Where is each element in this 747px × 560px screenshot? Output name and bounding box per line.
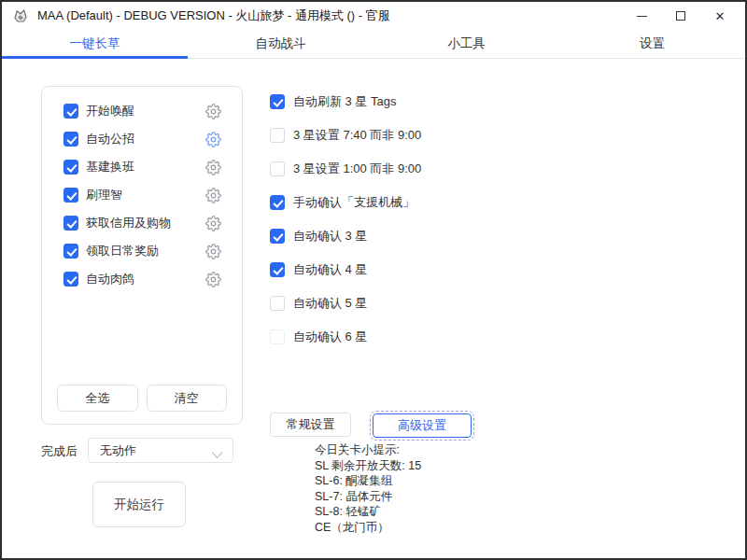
after-completion-label: 完成后 [41, 443, 78, 460]
app-window: MAA (Default) - DEBUG VERSION - 火山旅梦 - 通… [0, 0, 747, 560]
checkbox[interactable] [63, 272, 78, 287]
tip-line: CE（龙门币） [315, 520, 529, 536]
tab-tools[interactable]: 小工具 [374, 30, 559, 58]
task-settings-gear-icon[interactable] [204, 215, 221, 231]
recruit-option-100[interactable]: 3 星设置 1:00 而非 9:00 [270, 152, 503, 186]
maximize-button[interactable] [661, 2, 700, 30]
task-card-actions: 全选 清空 [57, 385, 227, 412]
clear-button[interactable]: 清空 [147, 385, 228, 412]
chevron-down-icon [211, 446, 223, 463]
checkbox[interactable] [270, 229, 285, 244]
task-label: 开始唤醒 [86, 103, 134, 119]
task-row-sanity[interactable]: 刷理智 [42, 181, 242, 209]
task-list-card: 开始唤醒 自动公招 基建换班 刷理智 获取信用及购物 领取日常奖励 [41, 86, 243, 425]
close-icon: ✕ [715, 10, 726, 22]
task-row-wakeup[interactable]: 开始唤醒 [42, 97, 242, 125]
task-settings-gear-icon[interactable] [204, 243, 221, 259]
checkbox[interactable] [270, 94, 285, 109]
option-label: 自动刷新 3 星 Tags [293, 93, 397, 110]
tip-line: SL 剩余开放天数: 15 [315, 458, 529, 474]
task-settings-gear-icon[interactable] [204, 271, 221, 287]
task-label: 自动肉鸽 [86, 271, 134, 287]
task-label: 获取信用及购物 [86, 215, 171, 231]
checkbox [270, 329, 285, 344]
minimize-button[interactable] [622, 2, 661, 30]
tip-line: SL-6: 酮凝集组 [315, 473, 529, 489]
checkbox[interactable] [270, 195, 285, 210]
recruit-option-auto-6star: 自动确认 6 星 [270, 320, 503, 354]
daily-stage-tips: 今日关卡小提示: SL 剩余开放天数: 15 SL-6: 酮凝集组 SL-7: … [315, 442, 529, 536]
app-logo-icon [11, 7, 30, 25]
task-row-credit[interactable]: 获取信用及购物 [42, 209, 242, 237]
recruit-option-auto-4star[interactable]: 自动确认 4 星 [270, 253, 503, 287]
task-row-infrastructure[interactable]: 基建换班 [42, 153, 242, 181]
advanced-settings-button[interactable]: 高级设置 [373, 413, 472, 438]
minimize-icon [637, 16, 647, 17]
checkbox[interactable] [63, 160, 78, 175]
regular-settings-button[interactable]: 常规设置 [270, 413, 351, 437]
task-label: 基建换班 [86, 159, 134, 175]
recruit-option-auto-3star[interactable]: 自动确认 3 星 [270, 219, 503, 253]
task-row-recruit[interactable]: 自动公招 [42, 125, 242, 153]
start-run-button[interactable]: 开始运行 [92, 482, 186, 527]
option-label: 3 星设置 7:40 而非 9:00 [293, 127, 421, 144]
maximize-icon [676, 11, 685, 21]
task-label: 刷理智 [86, 187, 122, 203]
tab-auto-battle[interactable]: 自动战斗 [188, 30, 374, 58]
option-label: 自动确认 4 星 [293, 261, 367, 278]
checkbox[interactable] [270, 161, 285, 176]
task-row-roguelike[interactable]: 自动肉鸽 [42, 265, 242, 293]
task-settings-gear-icon[interactable] [204, 159, 221, 175]
recruit-option-auto-5star[interactable]: 自动确认 5 星 [270, 287, 503, 320]
recruit-options-list: 自动刷新 3 星 Tags 3 星设置 7:40 而非 9:00 3 星设置 1… [270, 85, 503, 354]
main-tabs: 一键长草 自动战斗 小工具 设置 [2, 30, 745, 59]
dropdown-selected-value: 无动作 [100, 442, 136, 459]
window-title: MAA (Default) - DEBUG VERSION - 火山旅梦 - 通… [37, 7, 390, 24]
task-label: 自动公招 [86, 131, 134, 147]
close-button[interactable]: ✕ [700, 2, 740, 30]
window-controls: ✕ [622, 2, 740, 30]
task-settings-gear-icon[interactable] [204, 187, 221, 203]
checkbox[interactable] [63, 216, 78, 231]
select-all-button[interactable]: 全选 [57, 385, 138, 412]
task-settings-gear-icon[interactable] [204, 131, 221, 147]
tip-line: 今日关卡小提示: [315, 442, 529, 458]
task-label: 领取日常奖励 [86, 243, 159, 259]
checkbox[interactable] [270, 296, 285, 311]
checkbox[interactable] [270, 128, 285, 143]
after-completion-dropdown[interactable]: 无动作 [88, 438, 233, 463]
checkbox[interactable] [270, 262, 285, 277]
recruit-option-refresh-tags[interactable]: 自动刷新 3 星 Tags [270, 85, 503, 119]
option-label: 自动确认 5 星 [293, 295, 367, 312]
recruit-option-robot-manual[interactable]: 手动确认「支援机械」 [270, 186, 503, 219]
checkbox[interactable] [63, 104, 78, 119]
task-settings-gear-icon[interactable] [204, 103, 221, 119]
option-label: 3 星设置 1:00 而非 9:00 [293, 161, 421, 177]
tip-line: SL-7: 晶体元件 [315, 489, 529, 505]
option-label: 自动确认 3 星 [293, 228, 367, 245]
tab-settings[interactable]: 设置 [559, 30, 745, 58]
tab-farming[interactable]: 一键长草 [2, 30, 188, 58]
recruit-option-740[interactable]: 3 星设置 7:40 而非 9:00 [270, 119, 503, 152]
checkbox[interactable] [63, 188, 78, 203]
settings-mode-buttons: 常规设置 高级设置 [270, 413, 472, 438]
tip-line: SL-8: 轻锰矿 [315, 504, 529, 520]
option-label: 自动确认 6 星 [293, 329, 367, 345]
checkbox[interactable] [63, 244, 78, 259]
task-row-rewards[interactable]: 领取日常奖励 [42, 237, 242, 265]
checkbox[interactable] [63, 132, 78, 147]
option-label: 手动确认「支援机械」 [293, 194, 415, 211]
title-bar: MAA (Default) - DEBUG VERSION - 火山旅梦 - 通… [2, 2, 745, 30]
